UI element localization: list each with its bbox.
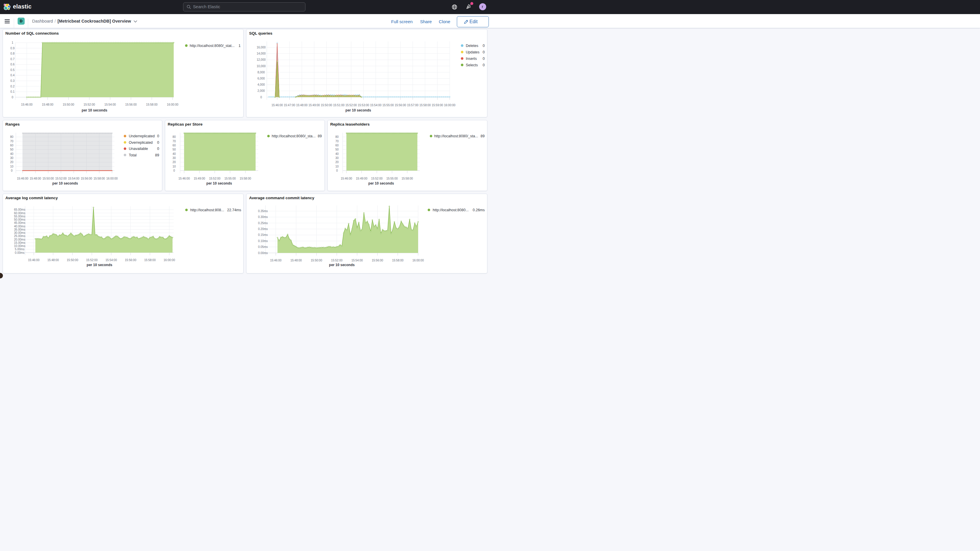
- svg-text:0.5: 0.5: [11, 68, 15, 72]
- svg-text:0.05ms: 0.05ms: [258, 245, 268, 248]
- svg-text:15:50:00: 15:50:00: [321, 104, 332, 107]
- svg-text:15:54:00: 15:54:00: [352, 259, 363, 262]
- svg-text:60: 60: [172, 144, 176, 147]
- svg-text:15:48:00: 15:48:00: [48, 258, 59, 262]
- svg-text:http://localhost:8080/_sta...: http://localhost:8080/_sta...: [272, 134, 315, 138]
- svg-text:0.6: 0.6: [11, 63, 15, 66]
- svg-text:40: 40: [10, 152, 13, 156]
- svg-text:15:54:00: 15:54:00: [68, 177, 80, 180]
- svg-text:per 10 seconds: per 10 seconds: [52, 181, 78, 185]
- svg-text:10: 10: [336, 165, 339, 168]
- svg-text:Unavailable: Unavailable: [129, 147, 148, 151]
- svg-text:Inserts: Inserts: [466, 57, 477, 61]
- svg-text:35.00ms: 35.00ms: [14, 228, 25, 231]
- svg-text:per 10 seconds: per 10 seconds: [368, 181, 394, 185]
- svg-text:0: 0: [157, 140, 159, 145]
- svg-text:Selects: Selects: [466, 63, 478, 67]
- svg-text:15:46:00: 15:46:00: [21, 103, 33, 106]
- svg-text:12,000: 12,000: [257, 58, 266, 61]
- svg-text:8,000: 8,000: [257, 71, 265, 74]
- svg-text:50.00ms: 50.00ms: [14, 218, 25, 221]
- svg-text:15:54:00: 15:54:00: [370, 104, 382, 107]
- svg-text:60.00ms: 60.00ms: [14, 212, 25, 215]
- svg-text:0: 0: [157, 147, 159, 151]
- svg-text:80: 80: [336, 135, 339, 139]
- svg-text:15:53:00: 15:53:00: [358, 104, 369, 107]
- svg-text:15:46:00: 15:46:00: [178, 177, 190, 180]
- svg-text:15:54:00: 15:54:00: [106, 258, 117, 262]
- svg-text:0: 0: [157, 134, 159, 138]
- svg-text:15:52:00: 15:52:00: [331, 259, 342, 262]
- svg-text:10: 10: [10, 165, 13, 168]
- svg-text:20: 20: [10, 161, 13, 164]
- svg-text:15:55:00: 15:55:00: [387, 177, 398, 180]
- svg-text:15.00ms: 15.00ms: [14, 241, 25, 244]
- svg-text:70: 70: [336, 140, 339, 143]
- svg-text:0.20ms: 0.20ms: [258, 228, 268, 231]
- svg-text:15:48:00: 15:48:00: [42, 103, 53, 106]
- svg-text:45.00ms: 45.00ms: [14, 221, 25, 225]
- svg-text:15:52:00: 15:52:00: [371, 177, 383, 180]
- svg-text:89: 89: [480, 134, 485, 138]
- svg-text:4,000: 4,000: [257, 83, 265, 86]
- svg-text:15:48:00: 15:48:00: [291, 259, 302, 262]
- svg-text:80: 80: [10, 135, 13, 139]
- svg-text:per 10 seconds: per 10 seconds: [206, 181, 232, 185]
- svg-text:20: 20: [336, 161, 339, 164]
- svg-text:60: 60: [10, 144, 13, 147]
- svg-text:20.00ms: 20.00ms: [14, 238, 25, 241]
- svg-text:15:48:00: 15:48:00: [30, 177, 41, 180]
- svg-text:0.00ms: 0.00ms: [258, 252, 268, 255]
- svg-text:0.25ms: 0.25ms: [258, 221, 268, 225]
- svg-text:70: 70: [172, 140, 176, 143]
- svg-text:50: 50: [10, 148, 13, 151]
- svg-text:0: 0: [12, 96, 13, 99]
- svg-text:40: 40: [336, 152, 339, 156]
- svg-text:http://localhost:8080...: http://localhost:8080...: [433, 208, 469, 212]
- svg-text:per 10 seconds: per 10 seconds: [345, 108, 371, 112]
- svg-text:10.00ms: 10.00ms: [14, 244, 25, 248]
- svg-text:16,000: 16,000: [257, 46, 266, 49]
- svg-text:0.1: 0.1: [11, 90, 15, 93]
- svg-text:15:55:00: 15:55:00: [382, 104, 394, 107]
- svg-text:40: 40: [172, 152, 176, 156]
- svg-text:15:58:00: 15:58:00: [240, 177, 251, 180]
- svg-text:0: 0: [483, 57, 485, 61]
- svg-text:50: 50: [336, 148, 339, 151]
- svg-text:0: 0: [483, 44, 485, 48]
- svg-text:30.00ms: 30.00ms: [14, 231, 25, 234]
- svg-text:30: 30: [10, 156, 13, 159]
- svg-text:80: 80: [172, 135, 176, 139]
- svg-text:22.74ms: 22.74ms: [227, 208, 241, 212]
- svg-text:15:50:00: 15:50:00: [311, 259, 322, 262]
- svg-text:15:51:00: 15:51:00: [333, 104, 344, 107]
- svg-text:70: 70: [10, 140, 13, 143]
- svg-text:40.00ms: 40.00ms: [14, 225, 25, 228]
- svg-text:0: 0: [483, 63, 485, 67]
- svg-text:15:58:00: 15:58:00: [401, 177, 413, 180]
- svg-text:15:50:00: 15:50:00: [67, 258, 78, 262]
- svg-text:15:52:00: 15:52:00: [209, 177, 220, 180]
- svg-text:20: 20: [172, 161, 176, 164]
- svg-text:Underreplicated: Underreplicated: [129, 134, 154, 138]
- svg-text:15:57:00: 15:57:00: [407, 104, 418, 107]
- svg-text:15:46:00: 15:46:00: [17, 177, 29, 180]
- svg-text:0.26ms: 0.26ms: [473, 208, 485, 212]
- svg-text:2,000: 2,000: [257, 89, 265, 92]
- svg-text:50: 50: [172, 148, 176, 151]
- svg-text:http://localhost:8080/_sta...: http://localhost:8080/_sta...: [434, 134, 478, 138]
- svg-text:15:49:00: 15:49:00: [194, 177, 205, 180]
- svg-text:15:52:00: 15:52:00: [345, 104, 357, 107]
- svg-text:0.2: 0.2: [11, 85, 15, 88]
- svg-text:15:46:00: 15:46:00: [270, 259, 282, 262]
- svg-text:http://localhost:8080/_stat...: http://localhost:8080/_stat...: [190, 44, 235, 48]
- svg-text:15:56:00: 15:56:00: [125, 103, 137, 106]
- svg-text:65.00ms: 65.00ms: [14, 208, 25, 211]
- svg-text:0.30ms: 0.30ms: [258, 215, 268, 218]
- svg-text:1: 1: [12, 41, 13, 44]
- svg-text:6,000: 6,000: [257, 77, 265, 80]
- svg-text:89: 89: [318, 134, 322, 138]
- svg-text:Overreplicated: Overreplicated: [129, 140, 153, 145]
- svg-text:15:52:00: 15:52:00: [86, 258, 98, 262]
- svg-text:Total: Total: [129, 153, 137, 157]
